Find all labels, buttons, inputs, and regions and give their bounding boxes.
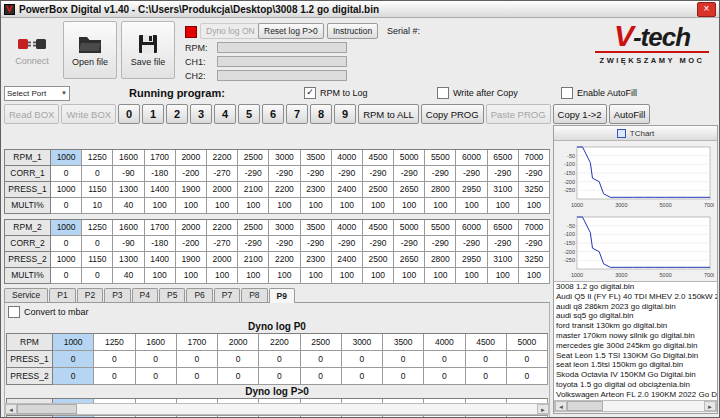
enable-autofill-checkbox[interactable]: Enable AutoFill <box>561 87 637 99</box>
table-cell[interactable]: 1150 <box>82 182 113 198</box>
table-cell[interactable]: 100 <box>301 268 332 284</box>
table-cell[interactable]: 1900 <box>176 182 207 198</box>
table-cell[interactable]: 100 <box>145 268 176 284</box>
table-cell[interactable]: -290 <box>394 236 425 252</box>
file-list-item[interactable]: Audi Q5 II (FY FL) 40 TDI MHEV 2.0 150kW… <box>554 292 717 302</box>
table-cell[interactable]: 3100 <box>488 182 519 198</box>
table-cell[interactable]: 1000 <box>53 334 94 351</box>
table-cell[interactable]: 0 <box>82 236 113 252</box>
file-list-item[interactable]: seat leon 1.5tsi 150km go digital.bin <box>554 360 717 370</box>
table-cell[interactable]: 0 <box>424 368 465 385</box>
table-cell[interactable]: 5000 <box>394 150 425 166</box>
table-cell[interactable]: 0 <box>136 368 177 385</box>
table-cell[interactable]: -290 <box>425 236 456 252</box>
table-cell[interactable]: 2400 <box>332 182 363 198</box>
button-copy-1-2[interactable]: Copy 1->2 <box>553 104 607 124</box>
table-cell[interactable]: 0 <box>53 351 94 368</box>
table-cell[interactable]: -290 <box>488 166 519 182</box>
table-cell[interactable]: 1150 <box>82 252 113 268</box>
table-cell[interactable]: -290 <box>238 166 269 182</box>
table-cell[interactable]: -180 <box>145 236 176 252</box>
scroll-left-arrow[interactable]: ◄ <box>555 401 567 411</box>
table-cell[interactable]: 1400 <box>145 182 176 198</box>
table-cell[interactable]: 2000 <box>218 334 259 351</box>
table-cell[interactable]: 1600 <box>113 150 144 166</box>
table-cell[interactable]: 2200 <box>269 252 300 268</box>
table-cell[interactable]: 6500 <box>488 220 519 236</box>
table-cell[interactable]: -290 <box>519 236 550 252</box>
close-button[interactable]: × <box>697 2 716 17</box>
table-cell[interactable]: 0 <box>82 268 113 284</box>
table-cell[interactable]: 0 <box>51 268 82 284</box>
table-cell[interactable]: 0 <box>301 351 342 368</box>
table-cell[interactable]: 2400 <box>332 252 363 268</box>
table-cell[interactable]: -290 <box>301 166 332 182</box>
select-port-dropdown[interactable]: Select Port ▼ <box>4 86 70 101</box>
table-cell[interactable]: 0 <box>507 368 548 385</box>
table-cell[interactable]: 6000 <box>456 150 487 166</box>
scroll-right-arrow[interactable]: ► <box>704 401 716 411</box>
save-file-button[interactable]: Save file <box>121 21 175 79</box>
file-list-item[interactable]: ford transit 130km go digital.bin <box>554 321 717 331</box>
table-cell[interactable]: 0 <box>218 368 259 385</box>
table-cell[interactable]: 0 <box>342 368 383 385</box>
scrollbar-thumb[interactable] <box>567 401 603 411</box>
table-cell[interactable]: 3000 <box>269 150 300 166</box>
table-cell[interactable]: 3250 <box>519 182 550 198</box>
rpm-to-log-checkbox[interactable]: RPM to Log <box>304 87 368 99</box>
table-cell[interactable]: -290 <box>456 236 487 252</box>
button-autofill[interactable]: AutoFill <box>609 104 651 124</box>
table-cell[interactable]: 1000 <box>51 150 82 166</box>
tab-p2[interactable]: P2 <box>77 288 103 302</box>
table-cell[interactable]: 100 <box>207 198 238 214</box>
button-7[interactable]: 7 <box>286 104 308 124</box>
file-list-item[interactable]: audi sq5 go digital.bin <box>554 311 717 321</box>
table-cell[interactable]: -270 <box>207 166 238 182</box>
file-list-horizontal-scrollbar[interactable]: ◄ ► <box>554 400 717 412</box>
table-cell[interactable]: 1700 <box>145 220 176 236</box>
table-cell[interactable]: 100 <box>176 198 207 214</box>
table-cell[interactable]: 100 <box>332 198 363 214</box>
table-cell[interactable]: 100 <box>394 268 425 284</box>
table-cell[interactable]: 1000 <box>51 252 82 268</box>
table-cell[interactable]: 2100 <box>238 252 269 268</box>
table-cell[interactable]: -290 <box>332 236 363 252</box>
table-cell[interactable]: 0 <box>177 368 218 385</box>
table-cell[interactable]: -290 <box>394 166 425 182</box>
table-cell[interactable]: -290 <box>488 236 519 252</box>
button-8[interactable]: 8 <box>310 104 332 124</box>
connect-button[interactable]: Connect <box>5 21 59 79</box>
table-cell[interactable]: 1700 <box>145 150 176 166</box>
table-cell[interactable]: -290 <box>363 236 394 252</box>
table-cell[interactable]: 0 <box>51 198 82 214</box>
tab-p5[interactable]: P5 <box>159 288 185 302</box>
table-cell[interactable]: 3100 <box>488 252 519 268</box>
button-3[interactable]: 3 <box>190 104 212 124</box>
button-1[interactable]: 1 <box>142 104 164 124</box>
table-cell[interactable]: 0 <box>383 368 424 385</box>
table-cell[interactable]: 4500 <box>363 150 394 166</box>
button-rpm-to-all[interactable]: RPM to ALL <box>358 104 419 124</box>
table-cell[interactable]: 100 <box>238 198 269 214</box>
table-cell[interactable]: 2200 <box>207 220 238 236</box>
table-cell[interactable]: 100 <box>176 268 207 284</box>
table-cell[interactable]: 2100 <box>238 182 269 198</box>
table-cell[interactable]: -290 <box>238 236 269 252</box>
table-cell[interactable]: 100 <box>456 268 487 284</box>
open-file-button[interactable]: Open file <box>63 21 117 79</box>
table-cell[interactable]: 40 <box>113 268 144 284</box>
scroll-right-arrow[interactable]: ► <box>537 404 549 414</box>
table-cell[interactable]: 3500 <box>383 334 424 351</box>
table-cell[interactable]: 4500 <box>466 334 507 351</box>
button-read-box[interactable]: Read BOX <box>4 104 59 124</box>
table-cell[interactable]: 7000 <box>519 220 550 236</box>
file-list-item[interactable]: mercedes gle 300d 245km go digital.bin <box>554 341 717 351</box>
table-cell[interactable]: 0 <box>177 351 218 368</box>
table-cell[interactable]: 0 <box>507 351 548 368</box>
table-cell[interactable]: 2000 <box>207 252 238 268</box>
table-cell[interactable]: 1300 <box>113 252 144 268</box>
tab-p3[interactable]: P3 <box>104 288 130 302</box>
table-cell[interactable]: 100 <box>332 268 363 284</box>
table-cell[interactable]: 1250 <box>82 150 113 166</box>
table-cell[interactable]: 100 <box>425 198 456 214</box>
